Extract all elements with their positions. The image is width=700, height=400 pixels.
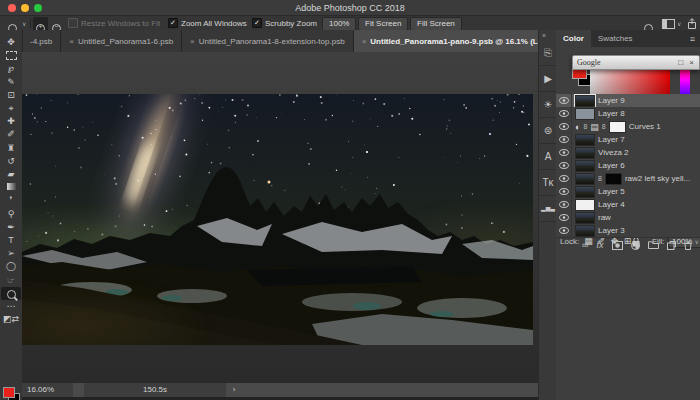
layer-row[interactable]: ◐ 8 ▤ 8 Curves 1 [556, 120, 700, 134]
fit-screen-button[interactable]: Fit Screen [358, 17, 408, 31]
layer-name[interactable]: Curves 1 [629, 122, 661, 131]
zoom-100-button[interactable]: 100% [322, 17, 356, 31]
document-info-field[interactable]: 150.5s [84, 383, 226, 397]
layer-thumbnail[interactable] [575, 199, 595, 211]
adjustments-panel-icon[interactable]: ☀ [539, 92, 557, 118]
shape-tool-button[interactable]: ◯ [1, 260, 21, 273]
layer-visibility-toggle[interactable] [556, 107, 572, 120]
layer-visibility-toggle[interactable] [556, 120, 572, 133]
layer-name[interactable]: raw2 left sky yell... [625, 174, 690, 183]
layer-name[interactable]: Viveza 2 [598, 148, 629, 157]
layer-name[interactable]: raw [598, 213, 611, 222]
layer-visibility-toggle[interactable] [556, 198, 572, 211]
zoom-all-windows-checkbox[interactable]: ✓Zoom All Windows [168, 18, 247, 28]
eraser-tool-button[interactable]: ▰ [1, 168, 21, 181]
fill-screen-button[interactable]: Fill Screen [410, 17, 462, 31]
hand-tool-button[interactable]: ☞ [1, 274, 21, 287]
type-tool-button[interactable]: T [1, 234, 21, 247]
status-chevron[interactable]: › [228, 383, 240, 397]
move-tool-button[interactable]: ✥ [1, 36, 21, 49]
scrubby-zoom-checkbox[interactable]: ✓Scrubby Zoom [252, 18, 317, 28]
layer-row[interactable]: ◐ 8 ▤ 8 Layer 4 [556, 198, 700, 212]
layer-row[interactable]: ◐ 8 ▤ 8 Viveza 2 [556, 146, 700, 160]
resize-windows-checkbox[interactable]: Resize Windows to Fit [68, 18, 160, 28]
layer-name[interactable]: Layer 9 [598, 96, 625, 105]
history-brush-tool-button[interactable]: ↺ [1, 155, 21, 168]
blur-tool-button[interactable]: ❜ [1, 194, 21, 207]
layer-row[interactable]: ◐ 8 ▤ 8 Layer 9 [556, 94, 700, 108]
layer-visibility-toggle[interactable] [556, 94, 572, 107]
healing-brush-tool-button[interactable]: ✚ [1, 115, 21, 128]
document-tab[interactable]: × Untitled_Panorama1-pano-9.psb @ 16.1% … [354, 30, 538, 52]
close-tab-icon[interactable]: × [190, 37, 195, 46]
glyphs-panel-icon[interactable]: A [539, 144, 557, 170]
path-selection-tool-button[interactable]: ➢ [1, 247, 21, 260]
histogram-panel-icon[interactable]: ▂▅▃ [539, 196, 557, 222]
layer-thumbnail[interactable] [575, 225, 595, 237]
clone-stamp-tool-button[interactable]: ♜ [1, 142, 21, 155]
layer-visibility-toggle[interactable] [556, 211, 572, 224]
layer-mask-thumbnail[interactable] [605, 173, 622, 185]
brush-tool-button[interactable]: ✐ [1, 128, 21, 141]
document-tab[interactable]: × Untitled_Panorama1-8-extension-top.psb [182, 30, 354, 52]
layer-row[interactable]: ◐ 8 ▤ 8 raw2 left sky yell... [556, 172, 700, 186]
layer-thumbnail[interactable] [575, 173, 595, 185]
clone-source-panel-icon[interactable]: ⎘ [539, 40, 557, 66]
dodge-tool-button[interactable]: ⚲ [1, 208, 21, 221]
layer-row[interactable]: ◐ 8 ▤ 8 Layer 7 [556, 133, 700, 147]
layer-mask-thumbnail[interactable] [609, 121, 626, 133]
share-icon[interactable] [687, 18, 697, 29]
foreground-color-swatch[interactable] [3, 387, 15, 398]
workspace-switcher-icon[interactable] [662, 19, 675, 29]
layer-thumbnail[interactable] [575, 147, 595, 159]
layer-thumbnail[interactable] [575, 186, 595, 198]
crop-tool-button[interactable]: ⊡ [1, 89, 21, 102]
layer-thumbnail[interactable] [575, 95, 595, 107]
marquee-tool-button[interactable] [1, 49, 21, 62]
actions-panel-icon[interactable]: ▶ [539, 66, 557, 92]
zoom-tool-button[interactable] [1, 287, 21, 300]
new-group-icon[interactable] [648, 241, 659, 249]
tool-preset-caret[interactable]: ∨ [22, 20, 26, 27]
layer-thumbnail[interactable] [575, 134, 595, 146]
color-panel-menu-icon[interactable]: ≡ [685, 30, 700, 47]
layer-visibility-toggle[interactable] [556, 146, 572, 159]
layer-style-fx-icon[interactable]: fx [597, 240, 604, 250]
document-tab[interactable]: × -4.psb [22, 30, 61, 52]
delete-layer-icon[interactable] [684, 241, 692, 250]
lasso-tool-button[interactable]: ℘ [1, 62, 21, 75]
layer-visibility-toggle[interactable] [556, 133, 572, 146]
layer-visibility-toggle[interactable] [556, 159, 572, 172]
layer-name[interactable]: Layer 7 [598, 135, 625, 144]
layer-thumbnail[interactable] [575, 160, 595, 172]
tk-actions-panel-icon[interactable]: Tᴋ [539, 170, 557, 196]
add-mask-icon[interactable] [612, 241, 623, 250]
google-window-titlebar[interactable]: Google □ × [572, 55, 700, 70]
pen-tool-button[interactable]: ✒ [1, 221, 21, 234]
layer-name[interactable]: Layer 8 [598, 109, 625, 118]
zoom-out-button[interactable]: − [49, 17, 64, 31]
libraries-panel-icon[interactable]: ⊜ [539, 118, 557, 144]
tab-color[interactable]: Color [556, 30, 591, 47]
link-layers-icon[interactable]: ∞ [582, 240, 588, 250]
layer-row[interactable]: ◐ 8 ▤ 8 Layer 8 [556, 107, 700, 121]
layer-name[interactable]: Layer 4 [598, 200, 625, 209]
tab-swatches[interactable]: Swatches [591, 30, 640, 47]
default-swap-colors-button[interactable]: ◩⇄ [1, 313, 21, 326]
layer-thumbnail[interactable] [575, 108, 595, 120]
eyedropper-tool-button[interactable]: ⌖ [1, 102, 21, 115]
layer-row[interactable]: ◐ 8 ▤ 8 raw [556, 211, 700, 225]
gradient-tool-button[interactable] [1, 181, 21, 194]
canvas-area[interactable] [22, 52, 538, 383]
zoom-level-field[interactable]: 16.06% [22, 383, 73, 397]
layer-visibility-toggle[interactable] [556, 224, 572, 237]
google-window-buttons[interactable]: □ × [678, 58, 696, 67]
layer-name[interactable]: Layer 6 [598, 161, 625, 170]
layer-name[interactable]: Layer 3 [598, 226, 625, 235]
layer-visibility-toggle[interactable] [556, 185, 572, 198]
layer-thumbnail[interactable] [575, 212, 595, 224]
zoom-in-button[interactable]: + [33, 17, 48, 31]
layer-visibility-toggle[interactable] [556, 172, 572, 185]
layer-name[interactable]: Layer 5 [598, 187, 625, 196]
layer-row[interactable]: ◐ 8 ▤ 8 Layer 6 [556, 159, 700, 173]
